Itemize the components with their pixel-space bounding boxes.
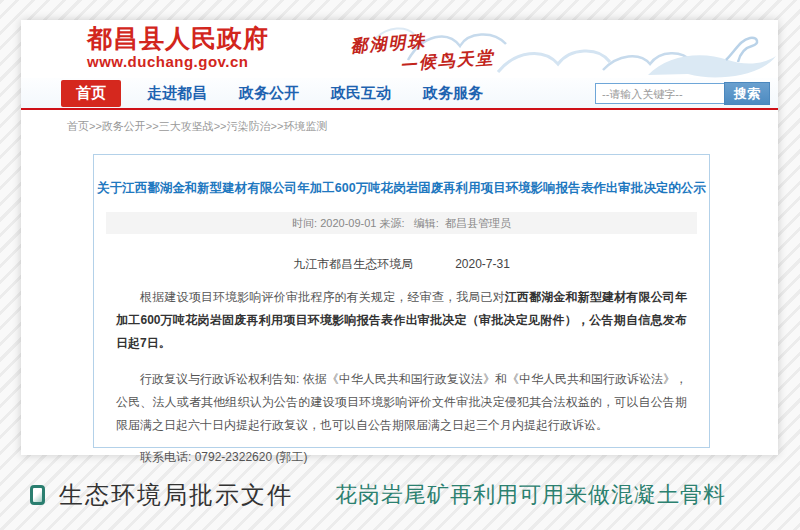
nav-item-gov-disclosure[interactable]: 政务公开 [239, 84, 299, 103]
caption-subtitle: 花岗岩尾矿再利用可用来做混凝土骨料 [335, 480, 726, 510]
issue-date: 2020-7-31 [455, 257, 510, 271]
site-logo[interactable]: 都昌县人民政府 www.duchang.gov.cn [87, 25, 269, 70]
nav-item-about[interactable]: 走进都昌 [147, 84, 207, 103]
article-title: 关于江西鄱湖金和新型建材有限公司年加工600万吨花岗岩固废再利用项目环境影响报告… [94, 180, 709, 197]
article-meta: 时间: 2020-09-01 来源: 编辑: 都昌县管理员 [106, 212, 697, 234]
search-input[interactable] [595, 83, 725, 104]
search-button[interactable]: 搜索 [724, 82, 770, 105]
contact-phone: 联系电话: 0792-2322620 (郭工) [116, 449, 687, 466]
nav-item-services[interactable]: 政务服务 [423, 84, 483, 103]
caption-title: 生态环境局批示文件 [59, 479, 293, 511]
nav-item-home[interactable]: 首页 [61, 80, 121, 107]
bottom-caption: 生态环境局批示文件 花岗岩尾矿再利用可用来做混凝土骨料 [30, 479, 726, 511]
paragraph-decision: 根据建设项目环境影响评价审批程序的有关规定，经审查，我局已对江西鄱湖金和新型建材… [116, 286, 687, 355]
paragraph-rights: 行政复议与行政诉讼权利告知: 依据《中华人民共和国行政复议法》和《中华人民共和国… [116, 368, 687, 437]
site-url: www.duchang.gov.cn [87, 53, 269, 70]
article-panel: 关于江西鄱湖金和新型建材有限公司年加工600万吨花岗岩固废再利用项目环境影响报告… [93, 154, 710, 448]
main-nav: 首页 走进都昌 政务公开 政民互动 政务服务 搜索 [21, 78, 778, 108]
site-name: 都昌县人民政府 [87, 25, 269, 53]
issuer-line: 九江市都昌生态环境局2020-7-31 [116, 256, 687, 273]
site-slogan: 鄱湖明珠 —候鸟天堂 [350, 25, 496, 78]
nav-item-interaction[interactable]: 政民互动 [331, 84, 391, 103]
site-page: 都昌县人民政府 www.duchang.gov.cn 鄱湖明珠 —候鸟天堂 首页… [21, 20, 778, 455]
paragraph-decision-lead: 根据建设项目环境影响评价审批程序的有关规定，经审查，我局已对 [140, 290, 505, 304]
article-body: 九江市都昌生态环境局2020-7-31 根据建设项目环境影响评价审批程序的有关规… [94, 256, 709, 466]
document-icon [30, 485, 45, 505]
masthead: 都昌县人民政府 www.duchang.gov.cn 鄱湖明珠 —候鸟天堂 [21, 20, 778, 78]
breadcrumb[interactable]: 首页>>政务公开>>三大攻坚战>>污染防治>>环境监测 [21, 110, 778, 134]
page-background: 都昌县人民政府 www.duchang.gov.cn 鄱湖明珠 —候鸟天堂 首页… [0, 0, 800, 530]
search-box: 搜索 [595, 82, 770, 105]
issuer-name: 九江市都昌生态环境局 [293, 257, 413, 271]
